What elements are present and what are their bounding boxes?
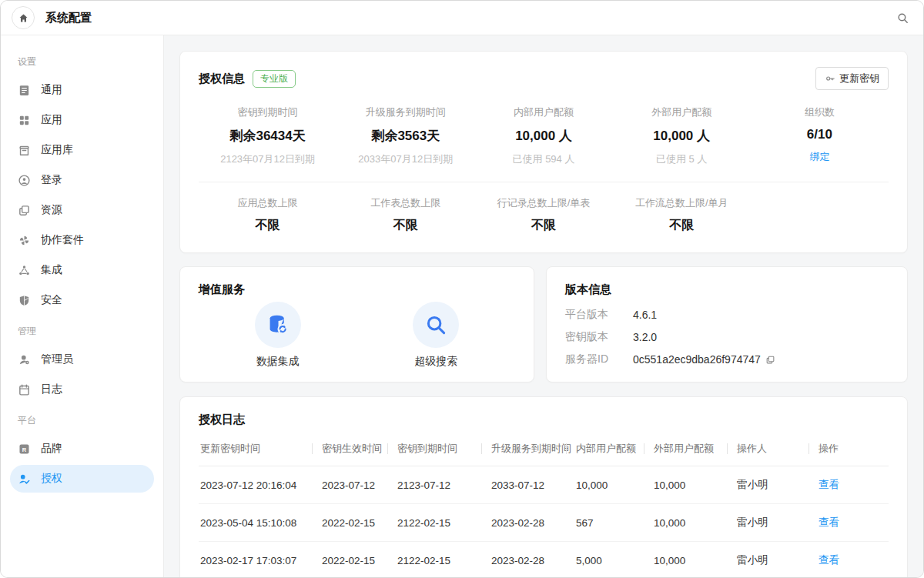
divider	[199, 182, 889, 182]
authorization-log-card: 授权日志 更新密钥时间 密钥生效时间 密钥到期时间 升级服务到期时间 内部用户配…	[179, 396, 908, 577]
version-info-card: 版本信息 平台版本 4.6.1 密钥版本 3.2.0 服务器ID 0c551a2	[546, 266, 908, 383]
limit-apps: 应用总数上限 不限	[199, 196, 336, 234]
search-icon	[896, 12, 909, 25]
svg-text:R: R	[22, 446, 27, 453]
sidebar-item-app-library[interactable]: 应用库	[10, 136, 154, 164]
page-title: 系统配置	[45, 11, 92, 25]
nav-group-platform: 平台	[10, 414, 154, 427]
sidebar-item-brand[interactable]: R 品牌	[10, 435, 154, 463]
nodes-icon	[18, 263, 32, 277]
authorization-log-table: 更新密钥时间 密钥生效时间 密钥到期时间 升级服务到期时间 内部用户配额 外部用…	[199, 432, 889, 577]
stat-upgrade-expiry: 升级服务到期时间 剩余3563天 2033年07月12日到期	[336, 105, 474, 166]
table-row: 2023-07-12 20:16:042023-07-12 2123-07-12…	[199, 466, 889, 504]
log-card-title: 授权日志	[199, 413, 889, 427]
col-key-expiry: 密钥到期时间	[396, 432, 490, 466]
sidebar-item-label: 协作套件	[41, 233, 84, 247]
table-header-row: 更新密钥时间 密钥生效时间 密钥到期时间 升级服务到期时间 内部用户配额 外部用…	[199, 432, 889, 466]
search-button[interactable]	[896, 12, 909, 25]
sidebar-item-label: 集成	[41, 263, 62, 277]
sidebar-item-login[interactable]: 登录	[10, 166, 154, 194]
sidebar-item-integration[interactable]: 集成	[10, 256, 154, 284]
table-row: 2023-05-04 15:10:082022-02-15 2122-02-15…	[199, 504, 889, 542]
value-added-services-card: 增值服务	[179, 266, 534, 383]
copy-icon	[18, 203, 32, 217]
sidebar-item-label: 授权	[41, 472, 62, 486]
brand-icon: R	[18, 442, 32, 456]
col-action: 操作	[817, 432, 889, 466]
version-card-title: 版本信息	[565, 282, 889, 297]
sidebar-item-label: 应用库	[41, 143, 73, 157]
col-operator: 操作人	[735, 432, 817, 466]
col-external-quota: 外部用户配额	[652, 432, 735, 466]
service-data-integration[interactable]: 数据集成	[255, 302, 301, 369]
service-super-search[interactable]: 超级搜索	[413, 302, 459, 369]
sidebar-item-label: 管理员	[41, 352, 73, 366]
stat-key-expiry: 密钥到期时间 剩余36434天 2123年07月12日到期	[199, 105, 336, 166]
topbar: 系统配置	[1, 1, 923, 35]
col-upgrade-expiry: 升级服务到期时间	[490, 432, 574, 466]
sidebar-item-label: 应用	[41, 113, 62, 127]
update-key-button[interactable]: 更新密钥	[815, 67, 889, 90]
app-window: 系统配置 设置 通用 应用 应用库 登录	[0, 0, 924, 578]
sidebar-item-label: 资源	[41, 203, 62, 217]
sidebar-item-collaboration-suite[interactable]: 协作套件	[10, 226, 154, 254]
col-key-effective: 密钥生效时间	[320, 432, 396, 466]
license-info-card: 授权信息 专业版 更新密钥 密钥到期时间 剩余36434天 2123年07月12…	[179, 51, 908, 253]
grid-icon	[18, 113, 32, 127]
copy-icon	[765, 355, 775, 365]
copy-server-id-button[interactable]	[765, 355, 775, 365]
edition-badge: 专业版	[253, 70, 296, 88]
sidebar-item-label: 品牌	[41, 442, 62, 456]
sidebar-item-apps[interactable]: 应用	[10, 106, 154, 134]
stat-org-count: 组织数 6/10 绑定	[751, 105, 889, 166]
key-icon	[825, 73, 835, 84]
pinwheel-icon	[18, 233, 32, 247]
update-key-label: 更新密钥	[839, 72, 879, 85]
stat-internal-user-quota: 内部用户配额 10,000 人 已使用 594 人	[474, 105, 612, 166]
sidebar-item-label: 登录	[41, 173, 62, 187]
sidebar-item-label: 通用	[41, 83, 62, 97]
home-icon	[18, 12, 29, 24]
col-internal-quota: 内部用户配额	[574, 432, 652, 466]
version-row-key: 密钥版本 3.2.0	[565, 330, 889, 344]
sidebar-item-authorization[interactable]: 授权	[10, 465, 154, 493]
sidebar-item-logs[interactable]: 日志	[10, 376, 154, 403]
sidebar-item-general[interactable]: 通用	[10, 76, 154, 104]
license-card-title: 授权信息	[199, 72, 245, 86]
document-icon	[18, 83, 32, 97]
main-content: 授权信息 专业版 更新密钥 密钥到期时间 剩余36434天 2123年07月12…	[164, 35, 923, 577]
sidebar-item-label: 日志	[41, 383, 62, 396]
limit-workflows: 工作流总数上限/单月 不限	[613, 196, 751, 234]
service-label: 数据集成	[255, 355, 301, 369]
view-link[interactable]: 查看	[819, 479, 839, 490]
sidebar-item-admins[interactable]: 管理员	[10, 346, 154, 373]
limit-rows: 行记录总数上限/单表 不限	[474, 196, 612, 234]
sidebar: 设置 通用 应用 应用库 登录 资源 协	[1, 35, 164, 577]
version-row-server-id: 服务器ID 0c551a2ec9dba26f974747	[565, 352, 889, 366]
store-icon	[18, 143, 32, 157]
col-update-key-time: 更新密钥时间	[199, 432, 320, 466]
search-icon	[424, 313, 447, 336]
sidebar-item-resources[interactable]: 资源	[10, 196, 154, 224]
view-link[interactable]: 查看	[819, 554, 839, 566]
database-sync-icon	[266, 312, 290, 337]
bind-link[interactable]: 绑定	[809, 150, 829, 164]
table-row: 2023-02-17 17:03:072022-02-15 2122-02-15…	[199, 542, 889, 578]
calendar-icon	[18, 383, 32, 396]
shield-icon	[18, 293, 32, 307]
admin-icon	[18, 352, 32, 366]
nav-group-settings: 设置	[10, 55, 154, 68]
view-link[interactable]: 查看	[819, 516, 839, 528]
nav-group-management: 管理	[10, 325, 154, 338]
version-row-platform: 平台版本 4.6.1	[565, 308, 889, 322]
user-check-icon	[18, 472, 32, 486]
stat-external-user-quota: 外部用户配额 10,000 人 已使用 5 人	[613, 105, 751, 166]
sidebar-item-label: 安全	[41, 293, 62, 307]
services-card-title: 增值服务	[199, 282, 515, 297]
limit-worksheets: 工作表总数上限 不限	[336, 196, 474, 234]
sidebar-item-security[interactable]: 安全	[10, 286, 154, 314]
service-label: 超级搜索	[413, 355, 459, 369]
user-circle-icon	[18, 173, 32, 187]
home-button[interactable]	[12, 6, 35, 29]
